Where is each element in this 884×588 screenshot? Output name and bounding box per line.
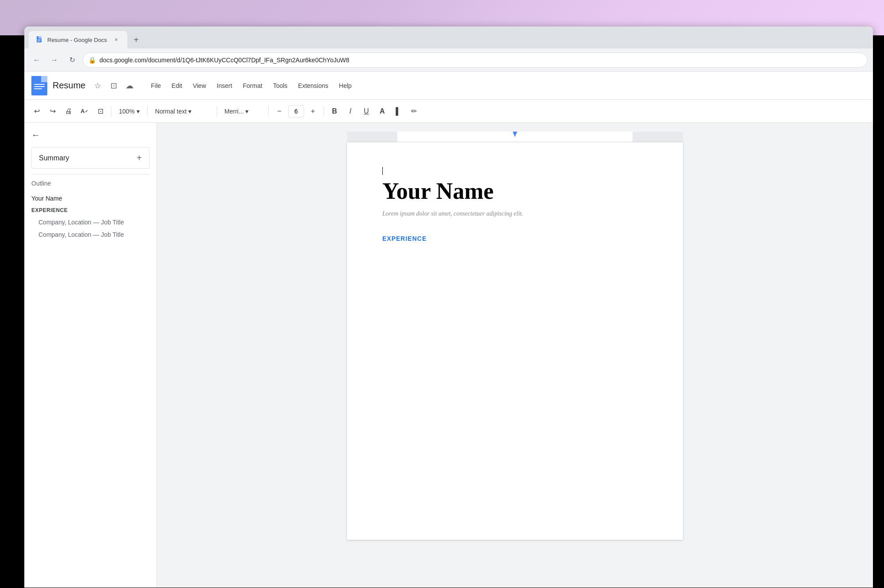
underline-button[interactable]: U	[359, 104, 373, 118]
edit-button[interactable]: ✏	[407, 104, 421, 118]
browser-window: Resume - Google Docs × + ← → ↻ 🔒 docs.go…	[24, 27, 873, 588]
zoom-select[interactable]: 100% ▾	[115, 106, 144, 117]
outline-item-job1[interactable]: Company, Location — Job Title	[31, 216, 149, 228]
undo-button[interactable]: ↩	[30, 104, 44, 118]
outline-item-job2[interactable]: Company, Location — Job Title	[31, 228, 149, 241]
menu-format[interactable]: Format	[237, 79, 267, 93]
sidebar-back-button[interactable]: ←	[31, 130, 149, 140]
menu-file[interactable]: File	[145, 79, 166, 93]
sidebar: ← Summary + Outline Your Name EXPERIENCE…	[24, 123, 157, 588]
highlight-button[interactable]: ▌	[391, 104, 405, 118]
menu-tools[interactable]: Tools	[268, 79, 293, 93]
font-select[interactable]: Merri... ▾	[221, 106, 265, 117]
style-value: Normal text	[155, 108, 187, 115]
docs-title: Resume	[53, 80, 85, 91]
font-size-input[interactable]: 6	[288, 105, 304, 118]
docs-header: Resume ☆ ⊡ ☁ File Edit View Insert Forma…	[24, 72, 873, 100]
doc-experience-heading: EXPERIENCE	[382, 235, 648, 242]
docs-title-actions: ☆ ⊡ ☁	[91, 79, 137, 93]
font-size-minus-button[interactable]: −	[272, 104, 286, 118]
style-select[interactable]: Normal text ▾	[151, 106, 213, 117]
main-content: ← Summary + Outline Your Name EXPERIENCE…	[24, 123, 873, 588]
active-tab[interactable]: Resume - Google Docs ×	[29, 31, 127, 49]
print-button[interactable]: 🖨	[61, 104, 76, 118]
text-cursor	[382, 167, 383, 175]
sidebar-divider	[31, 174, 149, 175]
document-area: Your Name Lorem ipsum dolor sit amet, co…	[157, 123, 873, 588]
menu-help[interactable]: Help	[334, 79, 357, 93]
separator-1	[111, 106, 111, 117]
ruler	[347, 132, 683, 142]
redo-button[interactable]: ↪	[46, 104, 60, 118]
svg-rect-1	[38, 36, 42, 38]
toolbar: ↩ ↪ 🖨 A✓ ⊡ 100% ▾ Normal text ▾ Merri...…	[24, 100, 873, 123]
separator-4	[268, 106, 269, 117]
move-button[interactable]: ⊡	[107, 79, 121, 93]
outline-item-experience[interactable]: EXPERIENCE	[31, 205, 149, 216]
separator-3	[217, 106, 217, 117]
sidebar-template-title: Summary	[39, 154, 69, 162]
menu-view[interactable]: View	[187, 79, 211, 93]
tab-close-button[interactable]: ×	[112, 36, 120, 44]
new-tab-button[interactable]: +	[129, 33, 143, 47]
tab-bar: Resume - Google Docs × +	[24, 27, 873, 49]
italic-button[interactable]: I	[343, 104, 358, 118]
docs-logo	[31, 76, 47, 95]
nav-bar: ← → ↻ 🔒 docs.google.com/document/d/1Q6-t…	[24, 49, 873, 72]
separator-5	[324, 106, 324, 117]
svg-rect-8	[34, 86, 45, 87]
svg-rect-2	[38, 39, 41, 40]
svg-rect-9	[34, 88, 42, 89]
address-text: docs.google.com/document/d/1Q6-tJtK6KUyC…	[99, 57, 349, 64]
address-bar[interactable]: 🔒 docs.google.com/document/d/1Q6-tJtK6KU…	[83, 53, 868, 68]
svg-rect-6	[41, 76, 47, 82]
reload-button[interactable]: ↻	[65, 53, 79, 67]
tab-title: Resume - Google Docs	[47, 37, 107, 43]
outline-item-name[interactable]: Your Name	[31, 192, 149, 205]
sidebar-add-button[interactable]: +	[137, 153, 142, 163]
separator-2	[147, 106, 148, 117]
font-value: Merri...	[225, 108, 244, 115]
svg-rect-4	[38, 41, 40, 42]
lock-icon: 🔒	[88, 57, 96, 64]
doc-name-heading[interactable]: Your Name	[382, 178, 648, 205]
menu-insert[interactable]: Insert	[211, 79, 237, 93]
zoom-value: 100%	[119, 108, 135, 115]
back-button[interactable]: ←	[30, 53, 44, 67]
text-color-button[interactable]: A	[375, 104, 389, 118]
menu-edit[interactable]: Edit	[166, 79, 187, 93]
doc-subtitle: Lorem ipsum dolor sit amet, consectetuer…	[382, 210, 648, 217]
bold-button[interactable]: B	[328, 104, 342, 118]
style-arrow: ▾	[188, 108, 191, 115]
svg-rect-7	[34, 84, 45, 85]
docs-menu: File Edit View Insert Format Tools Exten…	[145, 79, 357, 93]
font-size-plus-button[interactable]: +	[306, 104, 320, 118]
menu-extensions[interactable]: Extensions	[293, 79, 333, 93]
zoom-arrow: ▾	[137, 108, 140, 115]
paint-format-button[interactable]: ⊡	[93, 104, 107, 118]
outline-label: Outline	[31, 180, 149, 187]
svg-rect-3	[38, 40, 41, 41]
doc-page: Your Name Lorem ipsum dolor sit amet, co…	[347, 142, 683, 540]
sidebar-template-section[interactable]: Summary +	[31, 147, 149, 169]
font-arrow: ▾	[245, 108, 248, 115]
docs-tab-icon	[36, 36, 44, 44]
star-button[interactable]: ☆	[91, 79, 105, 93]
text-color-icon: A	[380, 107, 385, 115]
spell-check-button[interactable]: A✓	[77, 104, 91, 118]
forward-button[interactable]: →	[47, 53, 61, 67]
cloud-button[interactable]: ☁	[122, 79, 137, 93]
